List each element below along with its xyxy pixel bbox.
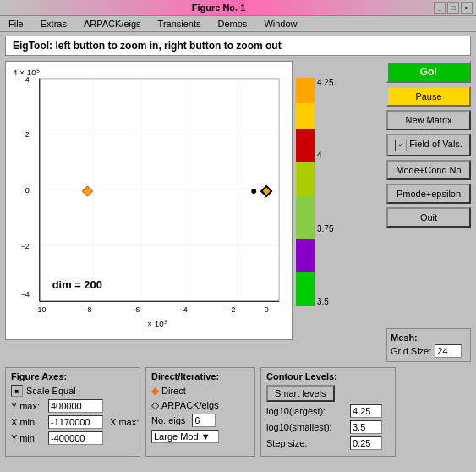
svg-text:0: 0 bbox=[265, 305, 269, 314]
plot-area[interactable]: 4 × 10⁵ 4 2 0 −2 −4 bbox=[5, 61, 293, 340]
menu-arpack[interactable]: ARPACK/eigs bbox=[79, 18, 146, 30]
contour-levels-title: Contour Levels: bbox=[266, 371, 390, 381]
minimize-button[interactable]: _ bbox=[434, 2, 446, 14]
colorbar-svg-container bbox=[296, 78, 315, 306]
log10-largest-input[interactable] bbox=[350, 404, 382, 418]
y-min-input[interactable] bbox=[48, 431, 103, 445]
contour-levels-panel: Contour Levels: Smart levels log10(large… bbox=[260, 367, 396, 457]
large-mod-dropdown[interactable]: Large Mod ▼ bbox=[151, 430, 219, 443]
main-area: 4 × 10⁵ 4 2 0 −2 −4 bbox=[0, 59, 476, 364]
log10-smallest-row: log10(smallest): bbox=[266, 420, 390, 434]
menu-demos[interactable]: Demos bbox=[213, 18, 253, 30]
field-of-vals-checkbox: ✓ bbox=[395, 140, 407, 151]
go-button[interactable]: Go! bbox=[386, 61, 471, 83]
svg-text:−4: −4 bbox=[21, 290, 30, 299]
field-of-vals-label: Field of Vals. bbox=[409, 139, 462, 149]
direct-iterative-title: Direct/Iterative: bbox=[151, 371, 249, 381]
y-min-label: Y min: bbox=[11, 433, 45, 443]
y-max-row: Y max: bbox=[11, 399, 134, 413]
y-max-label: Y max: bbox=[11, 401, 45, 411]
direct-label: Direct bbox=[161, 386, 186, 396]
colorbar-label-3: 3.75 bbox=[317, 224, 333, 233]
menu-bar: File Extras ARPACK/eigs Transients Demos… bbox=[0, 16, 476, 32]
svg-text:−4: −4 bbox=[179, 305, 188, 314]
svg-rect-32 bbox=[296, 162, 315, 196]
svg-text:4: 4 bbox=[25, 75, 30, 84]
right-panel: Go! Pause New Matrix ✓ Field of Vals. Mo… bbox=[386, 61, 471, 362]
window-title: Figure No. 1 bbox=[3, 3, 434, 13]
log10-largest-label: log10(largest): bbox=[266, 406, 347, 416]
colorbar-label-bottom: 3.5 bbox=[317, 297, 333, 306]
colorbar-svg bbox=[296, 78, 315, 306]
svg-point-26 bbox=[251, 189, 256, 194]
svg-text:−10: −10 bbox=[33, 305, 46, 314]
step-size-input[interactable] bbox=[350, 436, 382, 450]
svg-rect-33 bbox=[296, 196, 315, 239]
mesh-label: Mesh: bbox=[391, 332, 467, 343]
arpack-radio-row: ◇ ARPACK/eigs bbox=[151, 399, 249, 411]
log10-smallest-input[interactable] bbox=[350, 420, 382, 434]
scale-equal-label: Scale Equal bbox=[26, 386, 76, 396]
menu-window[interactable]: Window bbox=[259, 18, 302, 30]
hint-text: EigTool: left button to zoom in, right b… bbox=[13, 40, 282, 52]
step-size-label: Step size: bbox=[266, 438, 347, 448]
y-min-row: Y min: bbox=[11, 431, 134, 445]
svg-text:0: 0 bbox=[25, 186, 30, 195]
plot-svg: 4 × 10⁵ 4 2 0 −2 −4 bbox=[6, 62, 292, 339]
arpack-radio-label[interactable]: ◇ ARPACK/eigs bbox=[151, 399, 219, 411]
maximize-button[interactable]: □ bbox=[447, 2, 459, 14]
pause-button[interactable]: Pause bbox=[386, 86, 471, 107]
colorbar-labels: 4.25 4 3.75 3.5 bbox=[315, 78, 333, 306]
direct-radio-row: ◆ Direct bbox=[151, 385, 249, 397]
direct-iterative-panel: Direct/Iterative: ◆ Direct ◇ ARPACK/eigs… bbox=[145, 367, 255, 457]
figure-axes-title: Figure Axes: bbox=[11, 371, 134, 381]
svg-text:× 10⁵: × 10⁵ bbox=[147, 319, 167, 328]
log10-largest-row: log10(largest): bbox=[266, 404, 390, 418]
menu-file[interactable]: File bbox=[3, 18, 29, 30]
plot-container: 4 × 10⁵ 4 2 0 −2 −4 bbox=[5, 61, 383, 362]
bottom-panels: Figure Axes: ■ Scale Equal Y max: X min:… bbox=[0, 364, 476, 460]
large-mod-row: Large Mod ▼ bbox=[151, 430, 249, 443]
new-matrix-button[interactable]: New Matrix bbox=[386, 110, 471, 130]
mesh-section: Mesh: Grid Size: bbox=[386, 328, 471, 362]
x-min-label: X min: bbox=[11, 417, 45, 427]
svg-rect-35 bbox=[296, 272, 315, 306]
quit-button[interactable]: Quit bbox=[386, 207, 471, 228]
x-min-input[interactable] bbox=[48, 415, 103, 429]
scale-equal-row: ■ Scale Equal bbox=[11, 385, 134, 397]
x-max-label: X max: bbox=[110, 417, 144, 427]
svg-text:2: 2 bbox=[25, 130, 30, 139]
close-button[interactable]: × bbox=[461, 2, 473, 14]
svg-rect-31 bbox=[296, 129, 315, 162]
svg-text:−2: −2 bbox=[227, 305, 235, 314]
mode-cond-button[interactable]: Mode+Cond.No bbox=[386, 160, 471, 180]
colorbar-wrapper: 4.25 4 3.75 3.5 bbox=[296, 78, 342, 306]
step-size-row: Step size: bbox=[266, 436, 390, 450]
title-bar: Figure No. 1 _ □ × bbox=[0, 0, 476, 16]
field-of-vals-button[interactable]: ✓ Field of Vals. bbox=[386, 134, 471, 156]
y-max-input[interactable] bbox=[48, 399, 103, 413]
smart-levels-button[interactable]: Smart levels bbox=[266, 385, 335, 402]
colorbar-container: 4.25 4 3.75 3.5 bbox=[296, 61, 342, 340]
direct-radio-label[interactable]: ◆ Direct bbox=[151, 385, 186, 397]
menu-transients[interactable]: Transients bbox=[153, 18, 206, 30]
svg-text:−2: −2 bbox=[21, 242, 30, 250]
log10-smallest-label: log10(smallest): bbox=[266, 422, 347, 432]
scale-equal-checkbox[interactable]: ■ bbox=[11, 385, 23, 397]
svg-rect-2 bbox=[40, 79, 279, 301]
colorbar-label-top: 4.25 bbox=[317, 78, 333, 87]
grid-size-input[interactable] bbox=[435, 344, 462, 358]
menu-extras[interactable]: Extras bbox=[36, 18, 72, 30]
svg-rect-30 bbox=[296, 103, 315, 129]
large-mod-label: Large Mod ▼ bbox=[154, 431, 211, 442]
direct-radio-icon: ◆ bbox=[151, 385, 159, 397]
svg-rect-34 bbox=[296, 239, 315, 272]
no-eigs-input[interactable] bbox=[192, 414, 216, 427]
pmode-epsilon-button[interactable]: Pmode+epsilon bbox=[386, 184, 471, 204]
arpack-radio-icon: ◇ bbox=[151, 399, 159, 411]
title-bar-controls[interactable]: _ □ × bbox=[434, 2, 473, 14]
svg-rect-29 bbox=[296, 78, 315, 103]
svg-text:−8: −8 bbox=[83, 305, 91, 314]
no-eigs-row: No. eigs bbox=[151, 414, 249, 427]
hint-bar: EigTool: left button to zoom in, right b… bbox=[5, 36, 471, 56]
